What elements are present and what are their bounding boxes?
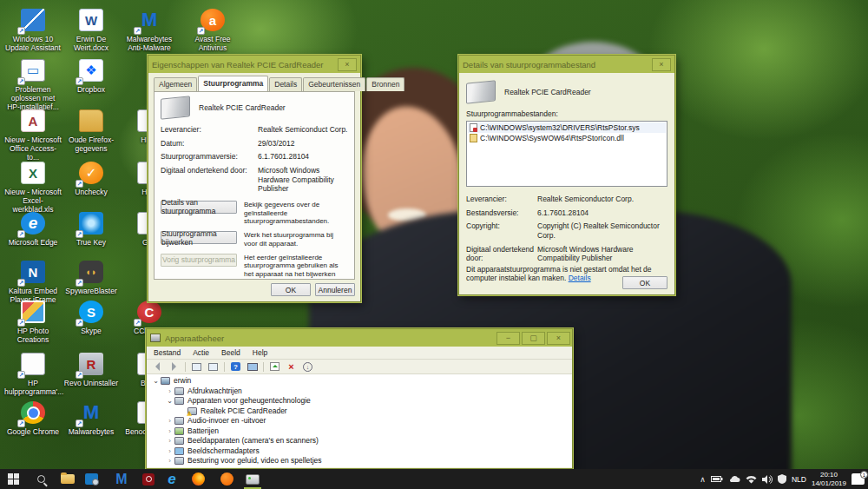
onedrive-cloud-icon[interactable] (728, 475, 740, 483)
chevron-right-icon[interactable] (166, 446, 174, 457)
desktop-icon-spywareblaster[interactable]: ◖◗↗ SpywareBlaster (62, 259, 120, 295)
clock[interactable]: 20:10 14/01/2019 (812, 471, 846, 488)
desktop-icon-oude-firefox-gegevens[interactable]: Oude Firefox-gegevens (62, 108, 120, 153)
tree-row-batteries[interactable]: Batterijen (147, 426, 572, 437)
roll-back-driver-button[interactable]: Vorig stuurprogramma (161, 254, 237, 267)
tree-row-print-queues[interactable]: Afdrukwachtrijen (147, 387, 572, 397)
desktop-icon-access-doc[interactable]: A Nieuw - Microsoft Office Access-to... (4, 108, 62, 162)
cancel-button[interactable]: Annuleren (315, 283, 355, 296)
maximize-button[interactable]: ▢ (522, 332, 545, 345)
desktop-icon-unchecky[interactable]: ✓↗ Unchecky (62, 160, 120, 196)
chevron-right-icon[interactable] (166, 387, 174, 397)
desktop-icon-microsoft-edge[interactable]: e↗ Microsoft Edge (4, 210, 62, 247)
help-button[interactable]: ? (230, 361, 241, 372)
desktop-icon-problemen-oplossen[interactable]: ▭↗ Problemen oplossen met HP-installatie… (4, 57, 62, 111)
tab-bronnen[interactable]: Bronnen (366, 77, 404, 91)
tree-row-computer[interactable]: erwin (147, 376, 572, 387)
malwarebytes-taskbar-button[interactable]: M (110, 469, 133, 489)
desktop-icon-kaltura[interactable]: N↗ Kaltura Embed Player iFrame (4, 259, 62, 304)
tab-algemeen[interactable]: Algemeen (154, 77, 197, 91)
avast-taskbar-button[interactable] (215, 469, 238, 489)
chevron-down-icon[interactable] (152, 376, 160, 387)
desktop-icon-hp-hulpprogramma[interactable]: ↗ HP hulpprogramma'... (4, 351, 62, 396)
tree-row-memory-technology[interactable]: Apparaten voor geheugentechnologie (147, 396, 572, 406)
properties-button[interactable] (207, 361, 219, 372)
properties-dialog-titlebar[interactable]: Eigenschappen van Realtek PCIE CardReade… (148, 56, 360, 73)
ok-button[interactable]: OK (622, 276, 667, 289)
disable-device-button[interactable]: ↓ (302, 361, 313, 372)
scan-hardware-button[interactable] (247, 361, 258, 372)
details-link[interactable]: Details (569, 274, 591, 282)
chevron-right-icon[interactable] (166, 416, 174, 426)
tree-row-audio[interactable]: Audio-invoer en -uitvoer (147, 416, 572, 426)
desktop-icon-excel-doc[interactable]: X Nieuw - Microsoft Excel-werkblad.xls (4, 160, 62, 214)
uninstall-device-button[interactable]: × (286, 361, 297, 372)
forward-button[interactable] (168, 361, 180, 372)
close-button[interactable] (338, 58, 357, 71)
tree-row-sound-controllers[interactable]: Besturing voor geluid, video en spelletj… (147, 456, 572, 466)
battery-icon[interactable] (711, 475, 723, 483)
tree-row-realtek-cardreader[interactable]: Realtek PCIE CardReader (147, 406, 572, 417)
update-driver-button[interactable]: Stuurprogramma bijwerken (161, 231, 237, 244)
minimize-button[interactable]: − (496, 332, 520, 345)
tree-row-imaging-devices[interactable]: Beeldapparaten (camera's en scanners) (147, 436, 572, 446)
driver-file-row[interactable]: C:\WINDOWS\SysWOW64\RtsPStorIcon.dll (468, 133, 666, 143)
firefox-taskbar-button[interactable] (187, 469, 209, 489)
chevron-right-icon[interactable] (166, 436, 174, 446)
action-description: Bekijk gegevens over de geïnstalleerde s… (244, 201, 348, 226)
power-app-button[interactable] (137, 469, 160, 489)
cardreader-icon (246, 474, 260, 485)
system-app-button[interactable] (80, 469, 102, 489)
tab-details[interactable]: Details (269, 77, 302, 91)
menu-bestand[interactable]: Bestand (154, 348, 181, 357)
desktop-icon-avast[interactable]: a↗ Avast Free Antivirus (184, 7, 241, 52)
desktop-icon-skype[interactable]: S↗ Skype (62, 299, 120, 335)
field-label: Leverancier: (466, 195, 537, 204)
desktop-icon-word-doc[interactable]: W Erwin De Weirt.docx (62, 7, 120, 52)
desktop-icon-malwarebytes[interactable]: M↗ Malwarebytes (62, 400, 120, 436)
edge-taskbar-button[interactable]: e (161, 469, 183, 489)
menu-beeld[interactable]: Beeld (221, 348, 240, 357)
menu-actie[interactable]: Actie (193, 348, 209, 357)
device-manager-titlebar[interactable]: Apparaatbeheer − ▢ × (147, 329, 572, 347)
driver-details-button[interactable]: Details van stuurprogramma (161, 201, 237, 214)
action-center-icon[interactable]: 1 (852, 473, 865, 485)
desktop-icon-true-key[interactable]: ↗ True Key (62, 210, 120, 247)
computer-icon (161, 377, 170, 385)
menu-help[interactable]: Help (253, 348, 267, 357)
desktop-icon-revo-uninstaller[interactable]: R↗ Revo Uninstaller (62, 351, 120, 387)
back-button[interactable] (152, 361, 163, 372)
chevron-right-icon[interactable] (166, 456, 174, 466)
desktop-icon-malwarebytes-anti-malware[interactable]: M↗ Malwarebytes Anti-Malware (121, 7, 178, 52)
close-button[interactable]: × (547, 332, 570, 345)
tray-chevron-up-icon[interactable]: ∧ (700, 475, 706, 484)
console-tree-button[interactable] (191, 361, 202, 372)
device-tree: erwin Afdrukwachtrijen Apparaten voor ge… (147, 374, 572, 467)
language-indicator[interactable]: NLD (792, 475, 806, 484)
wifi-icon[interactable] (746, 475, 757, 484)
driver-files-list[interactable]: C:\WINDOWS\system32\DRIVERS\RtsPStor.sys… (466, 121, 667, 187)
volume-icon[interactable] (762, 475, 773, 484)
malwarebytes-shield-icon[interactable] (778, 474, 786, 484)
close-button[interactable] (652, 58, 671, 71)
desktop-icon-windows-update-assistant[interactable]: ↗ Windows 10 Update Assistant (4, 7, 62, 52)
search-icon (37, 475, 45, 483)
field-label: Datum: (161, 139, 258, 149)
device-manager-taskbar-button[interactable] (241, 469, 264, 489)
chevron-right-icon[interactable] (166, 426, 174, 437)
driver-file-row[interactable]: C:\WINDOWS\system32\DRIVERS\RtsPStor.sys (468, 122, 666, 133)
desktop-icon-google-chrome[interactable]: ↗ Google Chrome (4, 400, 62, 436)
search-button[interactable] (30, 469, 52, 489)
tab-gebeurtenissen[interactable]: Gebeurtenissen (303, 77, 365, 91)
start-button[interactable] (2, 469, 24, 489)
tree-row-display-adapters[interactable]: Beeldschermadapters (147, 446, 572, 457)
ok-button[interactable]: OK (271, 283, 311, 296)
window-title: Apparaatbeheer (165, 334, 495, 343)
update-driver-button[interactable] (269, 361, 280, 372)
desktop-icon-hp-photo-creations[interactable]: ↗ HP Photo Creations (4, 299, 62, 344)
driver-details-titlebar[interactable]: Details van stuurprogrammabestand (459, 56, 674, 73)
file-explorer-button[interactable] (56, 469, 79, 489)
desktop-icon-dropbox[interactable]: ❖↗ Dropbox (62, 57, 120, 94)
tab-stuurprogramma[interactable]: Stuurprogramma (198, 76, 268, 91)
chevron-down-icon[interactable] (166, 396, 174, 406)
